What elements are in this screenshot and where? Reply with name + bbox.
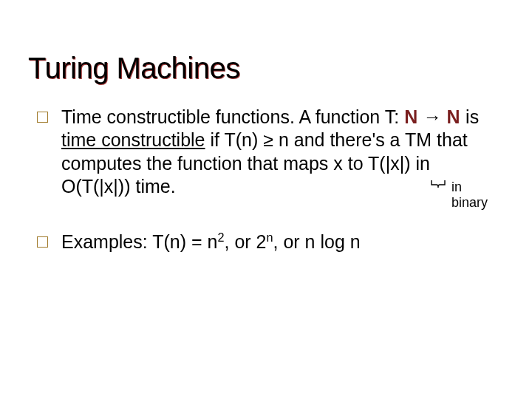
note-line-2: binary <box>451 195 488 210</box>
note-line-1: in <box>451 180 462 194</box>
annotation-note: in binary <box>451 180 488 210</box>
text-fragment: , or 2 <box>224 231 266 252</box>
lead-phrase: Time constructible functions. <box>61 106 295 127</box>
bullet-item-1: Time constructible functions. A function… <box>37 106 504 198</box>
natural-numbers-symbol: N <box>404 106 418 127</box>
underlined-term: time constructible <box>61 129 205 150</box>
slide-body: Time constructible functions. A function… <box>28 106 504 253</box>
slide-title: Turing Machines <box>28 52 504 85</box>
brace-icon <box>431 180 446 190</box>
bullet-item-2: Examples: T(n) = n2, or 2n, or n log n <box>37 231 504 253</box>
text-fragment: Examples: T(n) = n <box>61 231 217 252</box>
arrow-icon: → <box>423 106 442 127</box>
bullet-text-1: Time constructible functions. A function… <box>61 106 504 198</box>
superscript: n <box>266 231 273 244</box>
natural-numbers-symbol: N <box>447 106 461 127</box>
square-bullet-icon <box>37 112 48 123</box>
text-fragment: A function T: <box>295 106 404 127</box>
bullet-text-2: Examples: T(n) = n2, or 2n, or n log n <box>61 231 361 253</box>
text-fragment: is <box>460 106 479 127</box>
square-bullet-icon <box>37 236 48 248</box>
text-fragment: , or n log n <box>273 231 361 252</box>
